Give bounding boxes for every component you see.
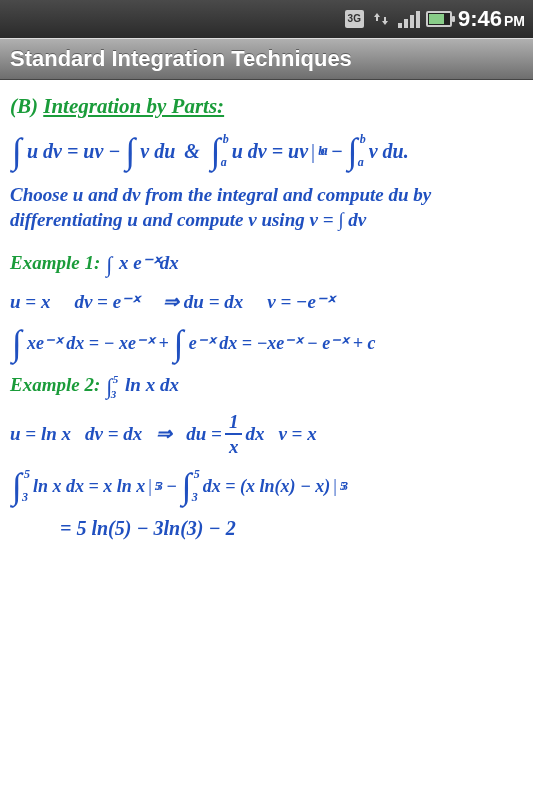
document-content: (B) Integration by Parts: ∫ u dv = uv − … [0, 80, 533, 570]
integral-icon: ∫53 [182, 472, 192, 501]
integral-icon: ∫ [12, 329, 22, 358]
integral-icon: ∫53 [12, 472, 22, 501]
battery-icon [426, 11, 452, 27]
example-2-result: = 5 ln(5) − 3ln(3) − 2 [60, 517, 523, 540]
example-1-work: ∫ xe⁻ˣ dx = − xe⁻ˣ + ∫ e⁻ˣ dx = −xe⁻ˣ − … [10, 329, 523, 358]
integral-icon: ∫53 [106, 378, 112, 396]
example-2-substitutions: u = ln x dv = dx ⇒ du = 1x dx v = x [10, 412, 523, 456]
section-header: (B) Integration by Parts: [10, 94, 523, 119]
instruction-text: Choose u and dv from the integral and co… [10, 182, 523, 233]
network-3g-icon: 3G [345, 10, 364, 28]
status-clock: 9:46PM [458, 6, 525, 32]
example-2-work: ∫53 ln x dx = x ln x|53 − ∫53 dx = (x ln… [10, 472, 523, 501]
data-arrows-icon [370, 8, 392, 30]
example-1-header: Example 1: ∫ x e⁻ˣdx [10, 251, 523, 274]
signal-bars-icon [398, 10, 420, 28]
example-2-header: Example 2: ∫53 ln x dx [10, 374, 523, 396]
integral-icon: ∫ba [348, 137, 358, 166]
android-status-bar: 3G 9:46PM [0, 0, 533, 38]
integral-icon: ∫ [174, 329, 184, 358]
integral-icon: ∫ [125, 137, 135, 166]
integral-icon: ∫ [106, 256, 112, 274]
app-title-bar: Standard Integration Techniques [0, 38, 533, 80]
ibp-formula: ∫ u dv = uv − ∫ v du & ∫ba u dv = uv|ba … [10, 137, 523, 166]
integral-icon: ∫ [12, 137, 22, 166]
integral-icon: ∫ba [211, 137, 221, 166]
example-1-substitutions: u = x dv = e⁻ˣ ⇒ du = dx v = −e⁻ˣ [10, 290, 523, 313]
app-title: Standard Integration Techniques [10, 46, 352, 72]
